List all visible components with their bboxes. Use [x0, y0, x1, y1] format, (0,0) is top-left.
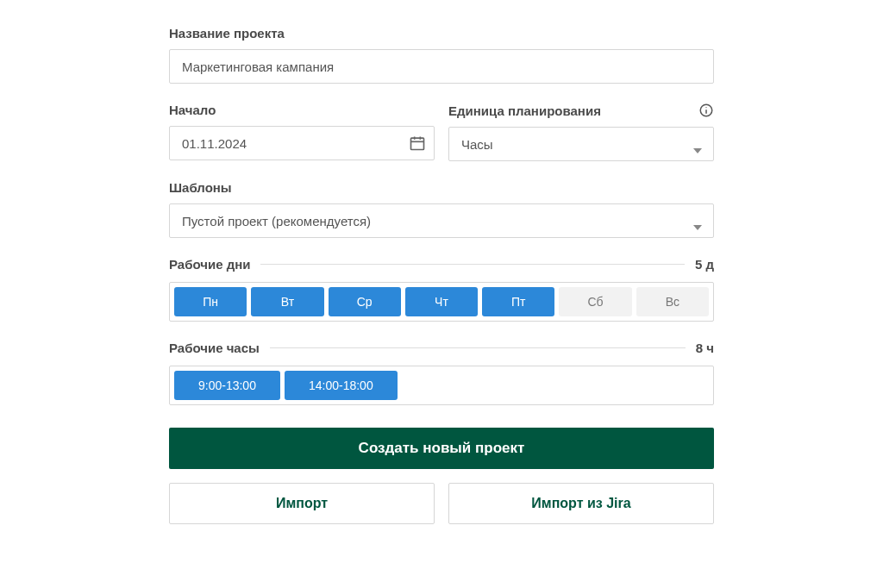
- import-jira-button[interactable]: Импорт из Jira: [448, 483, 714, 524]
- info-icon[interactable]: [698, 103, 714, 118]
- templates-select[interactable]: Пустой проект (рекомендуется): [169, 203, 714, 238]
- working-days-summary: 5 д: [695, 257, 714, 272]
- working-hours-group: Рабочие часы 8 ч 9:00-13:0014:00-18:00: [169, 341, 714, 405]
- day-toggle-6[interactable]: Вс: [636, 287, 709, 316]
- day-toggle-4[interactable]: Пт: [482, 287, 554, 316]
- chevron-down-icon: [693, 141, 702, 147]
- import-button[interactable]: Импорт: [169, 483, 435, 524]
- create-project-button[interactable]: Создать новый проект: [169, 428, 714, 469]
- templates-label: Шаблоны: [169, 180, 714, 195]
- project-name-group: Название проекта: [169, 26, 714, 84]
- project-form: Название проекта Начало Единица плани: [169, 0, 714, 524]
- hour-range-1[interactable]: 14:00-18:00: [285, 371, 398, 400]
- project-name-input[interactable]: [169, 49, 714, 84]
- divider: [270, 347, 686, 348]
- hour-range-0[interactable]: 9:00-13:00: [174, 371, 280, 400]
- project-name-label: Название проекта: [169, 26, 714, 41]
- day-toggle-3[interactable]: Чт: [405, 287, 478, 316]
- working-hours-summary: 8 ч: [696, 341, 714, 355]
- start-date-group: Начало: [169, 103, 435, 161]
- planning-unit-group: Единица планирования Часы: [448, 103, 714, 161]
- svg-point-6: [705, 107, 706, 108]
- templates-value: Пустой проект (рекомендуется): [182, 214, 371, 228]
- start-date-input[interactable]: [169, 126, 435, 160]
- working-days-label: Рабочие дни: [169, 257, 250, 272]
- divider: [260, 264, 685, 265]
- chevron-down-icon: [693, 218, 702, 223]
- day-toggle-1[interactable]: Вт: [251, 287, 323, 316]
- svg-rect-0: [411, 138, 424, 149]
- day-toggle-2[interactable]: Ср: [329, 287, 401, 316]
- working-hours-container: 9:00-13:0014:00-18:00: [169, 366, 714, 405]
- templates-group: Шаблоны Пустой проект (рекомендуется): [169, 180, 714, 238]
- day-toggle-0[interactable]: Пн: [174, 287, 247, 316]
- working-hours-label: Рабочие часы: [169, 341, 260, 355]
- working-days-container: ПнВтСрЧтПтСбВс: [169, 282, 714, 322]
- planning-unit-label: Единица планирования: [448, 103, 601, 118]
- planning-unit-select[interactable]: Часы: [448, 127, 714, 161]
- calendar-icon[interactable]: [409, 134, 426, 152]
- start-date-label: Начало: [169, 103, 435, 117]
- working-days-group: Рабочие дни 5 д ПнВтСрЧтПтСбВс: [169, 257, 714, 322]
- day-toggle-5[interactable]: Сб: [559, 287, 631, 316]
- planning-unit-value: Часы: [461, 137, 493, 152]
